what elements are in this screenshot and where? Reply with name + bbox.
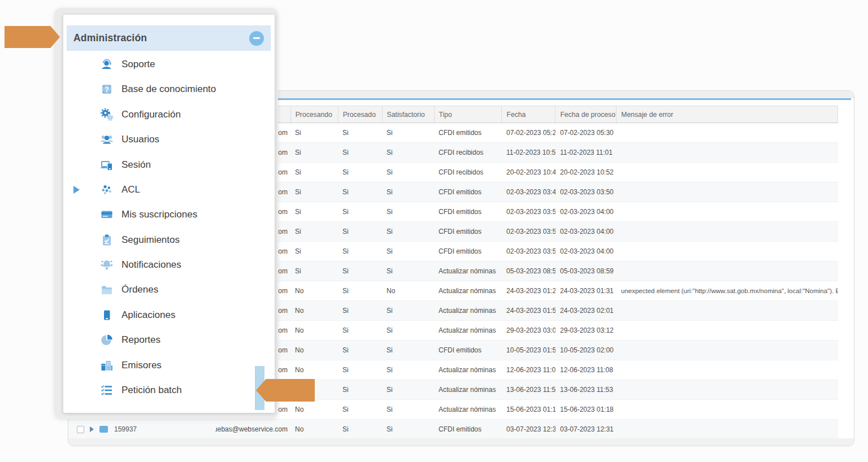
fecha-cell: 24-03-2023 01:55 — [502, 301, 555, 320]
menu-item-base-de-conocimiento[interactable]: ?Base de conocimiento — [63, 77, 275, 102]
fecha-proceso-cell: 02-03-2023 04:00 — [555, 242, 617, 261]
fecha-cell: 02-03-2023 03:43 — [502, 182, 555, 202]
expand-arrow-icon[interactable] — [73, 186, 80, 194]
menu-item-label: ACL — [121, 184, 140, 195]
satisfactorio-cell: Si — [382, 360, 434, 380]
menu-item-label: Petición batch — [121, 385, 182, 396]
procesando-cell: Si — [290, 163, 338, 182]
satisfactorio-cell: Si — [382, 202, 434, 221]
menu-item-mis-suscripciones[interactable]: Mis suscripciones — [63, 202, 275, 227]
procesado-cell: Si — [338, 301, 382, 320]
satisfactorio-cell: Si — [382, 123, 434, 142]
fecha-proceso-cell: 11-02-2023 11:01 — [555, 143, 617, 162]
procesado-cell: Si — [338, 222, 382, 241]
procesando-cell: No — [290, 360, 338, 380]
satisfactorio-cell: Si — [382, 222, 434, 241]
tipo-cell: Actualizar nóminas — [434, 301, 502, 320]
aplicaciones-icon — [99, 308, 114, 322]
menu-item-label: Emisores — [121, 360, 162, 371]
tipo-cell: Actualizar nóminas — [434, 261, 502, 281]
procesado-cell: Si — [338, 143, 382, 162]
procesando-cell: No — [290, 301, 338, 320]
row-id: 159937 — [114, 425, 137, 433]
fecha-proceso-cell: 24-03-2023 02:01 — [555, 301, 617, 320]
menu-item-usuarios[interactable]: Usuarios — [63, 127, 275, 152]
error-cell — [617, 163, 838, 182]
fecha-cell: 20-02-2023 10:44 — [502, 163, 555, 182]
menu-item-seguimientos[interactable]: Seguimientos — [63, 228, 275, 252]
error-cell — [617, 420, 838, 439]
fecha-cell: 12-06-2023 11:07 — [502, 360, 555, 380]
row-expand-arrow-icon[interactable] — [90, 426, 94, 432]
procesando-cell: Si — [290, 182, 338, 202]
fecha-proceso-cell: 24-03-2023 01:31 — [555, 281, 617, 300]
error-cell — [617, 123, 838, 142]
table-row[interactable]: 159937pruebas@webservice.comNoSiSiCFDI e… — [68, 420, 838, 439]
fecha-cell: 15-06-2023 01:16 — [502, 400, 555, 419]
procesando-cell: No — [290, 420, 338, 439]
menu-item-acl[interactable]: ACL — [63, 177, 275, 202]
fecha-proceso-cell: 20-02-2023 10:52 — [555, 163, 617, 182]
tipo-cell: CFDI emitidos — [434, 182, 502, 202]
annotation-arrow-administracion — [5, 26, 60, 48]
notificaciones-icon — [99, 258, 114, 272]
error-cell — [617, 222, 838, 241]
collapse-section-button[interactable] — [249, 31, 264, 46]
fecha-proceso-cell: 05-03-2023 08:59 — [555, 261, 617, 281]
tipo-cell: Actualizar nóminas — [434, 380, 502, 399]
menu-item-label: Notificaciones — [121, 259, 181, 271]
satisfactorio-cell: Si — [382, 341, 434, 360]
column-header-procesado: Procesado — [338, 106, 382, 123]
procesando-cell: Si — [290, 242, 338, 261]
satisfactorio-cell: No — [382, 281, 434, 300]
menu-item-configuracion[interactable]: Configuración — [63, 102, 275, 127]
menu-item-ordenes[interactable]: Órdenes — [63, 277, 275, 302]
menu-item-emisores[interactable]: Emisores — [63, 353, 275, 378]
row-id-cell: 159937 — [68, 420, 215, 439]
fecha-cell: 02-03-2023 03:55 — [502, 242, 555, 261]
menu-item-peticion-batch[interactable]: Petición batch — [63, 378, 275, 403]
error-cell — [617, 202, 838, 221]
procesando-cell: No — [290, 341, 338, 360]
fecha-cell: 29-03-2023 03:04 — [502, 321, 555, 340]
procesando-cell: Si — [290, 202, 338, 221]
fecha-proceso-cell: 29-03-2023 03:12 — [555, 321, 617, 340]
peticion-batch-icon — [99, 383, 114, 397]
menu-item-label: Base de conocimiento — [121, 84, 216, 95]
procesado-cell: Si — [338, 360, 382, 380]
reportes-icon — [99, 333, 114, 347]
satisfactorio-cell: Si — [382, 400, 434, 419]
suscripciones-icon — [99, 208, 114, 221]
procesando-cell: Si — [290, 143, 338, 162]
menu-item-label: Mis suscripciones — [121, 209, 197, 220]
fecha-proceso-cell: 02-03-2023 04:00 — [555, 202, 617, 221]
error-cell — [617, 143, 838, 162]
fecha-cell: 11-02-2023 10:51 — [502, 143, 555, 162]
menu-item-notificaciones[interactable]: Notificaciones — [63, 252, 275, 277]
row-checkbox[interactable] — [77, 426, 84, 433]
fecha-cell: 10-05-2023 01:52 — [502, 341, 555, 360]
error-cell — [617, 261, 838, 281]
menu-item-reportes[interactable]: Reportes — [63, 328, 275, 352]
menu-item-sesion[interactable]: Sesión — [63, 152, 275, 177]
annotation-arrow-peticion-batch — [256, 379, 315, 402]
menu-title: Administración — [73, 32, 147, 44]
satisfactorio-cell: Si — [382, 163, 434, 182]
menu-header: Administración — [67, 25, 271, 51]
menu-item-aplicaciones[interactable]: Aplicaciones — [63, 303, 275, 328]
menu-item-soporte[interactable]: Soporte — [63, 52, 275, 77]
error-cell — [617, 400, 838, 419]
error-cell — [617, 380, 838, 399]
minus-icon — [253, 37, 260, 39]
column-header-satisfactorio: Satisfactorio — [382, 106, 434, 123]
error-cell: unexpected element (uri:"http://www.sat.… — [617, 281, 838, 300]
sesion-icon — [99, 158, 114, 172]
fecha-proceso-cell: 13-06-2023 11:53 — [555, 380, 617, 399]
menu-item-label: Usuarios — [121, 134, 159, 145]
menu-item-label: Soporte — [121, 59, 155, 70]
procesado-cell: Si — [338, 123, 382, 142]
seguimientos-icon — [99, 233, 114, 247]
error-cell — [617, 321, 838, 340]
tipo-cell: Actualizar nóminas — [434, 321, 502, 340]
satisfactorio-cell: Si — [382, 182, 434, 202]
